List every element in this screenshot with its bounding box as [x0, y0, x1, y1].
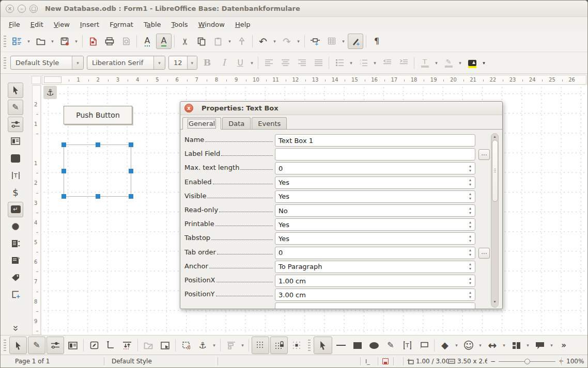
undo-button[interactable]: ↶	[255, 34, 271, 49]
automatic-control-focus-button[interactable]	[157, 338, 173, 353]
vertical-ruler[interactable]: 21123456789	[32, 85, 41, 335]
character-highlight-dropdown[interactable]: ▾	[457, 55, 463, 71]
symbol-shapes-button[interactable]: ☺	[461, 338, 476, 353]
save-button[interactable]	[57, 34, 72, 49]
property-input-tab-order[interactable]: 0▴▾	[275, 247, 475, 259]
browse-button[interactable]: ...	[478, 248, 490, 259]
resize-handle-n[interactable]	[96, 142, 100, 147]
control-properties-button[interactable]	[47, 337, 64, 354]
text-box-active-tool[interactable]: ↵	[8, 202, 23, 217]
tab-general[interactable]: General	[182, 117, 221, 130]
paste-dropdown[interactable]: ▾	[226, 34, 233, 49]
menu-view[interactable]: View	[49, 19, 75, 30]
save-dropdown[interactable]: ▾	[73, 34, 80, 49]
indent-marker-area[interactable]	[44, 76, 61, 83]
scroll-down-icon[interactable]: ▾	[491, 299, 498, 307]
bullet-list-button[interactable]	[332, 55, 347, 71]
drawing-select-button[interactable]	[314, 337, 332, 354]
resize-handle-w[interactable]	[61, 169, 66, 173]
selected-text-box-control[interactable]	[64, 145, 131, 197]
freeform-line-button[interactable]: ✎	[383, 338, 398, 353]
property-input-label-field[interactable]	[275, 148, 475, 161]
flowchart-dropdown[interactable]: ▾	[524, 338, 531, 353]
zoom-level-indicator[interactable]: 100%	[566, 355, 584, 367]
toolbar-grip[interactable]	[3, 340, 7, 351]
callout-shapes-button[interactable]	[532, 338, 548, 353]
combo-spin-buttons[interactable]: ▴▾	[467, 219, 475, 230]
design-mode-button[interactable]: ✎	[28, 337, 45, 354]
resize-handle-sw[interactable]	[61, 194, 66, 199]
label-field-tool[interactable]	[8, 270, 23, 285]
property-input-printable[interactable]: Yes▴▾	[275, 218, 475, 231]
property-input-positiony[interactable]: 3.00 cm▴▾	[275, 289, 475, 301]
dialog-titlebar[interactable]: x Properties: Text Box	[180, 102, 502, 115]
more-controls-tool[interactable]: +	[8, 287, 23, 302]
combo-spin-buttons[interactable]: ▴▾	[467, 177, 475, 188]
character-highlight-button[interactable]: ✎	[441, 55, 456, 71]
font-size-combo[interactable]: 12 ▾	[168, 56, 197, 70]
open-in-design-mode-button[interactable]	[141, 338, 156, 353]
insert-mode-indicator[interactable]: I_	[365, 355, 372, 367]
push-button-tool[interactable]	[8, 151, 23, 166]
toolbar-grip[interactable]	[3, 36, 7, 47]
zoom-slider[interactable]	[499, 361, 555, 362]
activation-order-button[interactable]	[119, 338, 135, 353]
print-preview-button[interactable]	[118, 34, 134, 49]
menu-table[interactable]: Table	[138, 19, 166, 30]
form-design-dropdown[interactable]: ▾	[25, 34, 32, 49]
resize-handle-e[interactable]	[129, 169, 133, 173]
property-input-max-text-length[interactable]: 0▴▾	[275, 162, 475, 174]
tab-data[interactable]: Data	[222, 117, 251, 130]
horizontal-ruler[interactable]: 1234567891011121314151617181920212223242…	[42, 75, 586, 85]
list-box-tool[interactable]	[8, 236, 23, 251]
tab-events[interactable]: Events	[252, 117, 287, 130]
copy-button[interactable]	[194, 34, 209, 49]
export-pdf-button[interactable]	[85, 34, 101, 49]
menu-insert[interactable]: Insert	[75, 19, 104, 30]
formatted-field-tool[interactable]: $	[8, 185, 23, 200]
spin-buttons[interactable]: ▴▾	[467, 275, 475, 286]
flowchart-button[interactable]	[508, 338, 524, 353]
align-objects-button[interactable]	[223, 338, 239, 353]
property-input-positionx[interactable]: 1.00 cm▴▾	[275, 275, 475, 287]
display-grid-toggle[interactable]	[252, 337, 269, 354]
justify-button[interactable]	[311, 55, 326, 71]
zoom-out-button[interactable]: −	[490, 358, 496, 365]
page-style-indicator[interactable]: Default Style	[112, 355, 152, 367]
combo-spin-buttons[interactable]: ▴▾	[467, 233, 475, 244]
toolbar-grip[interactable]	[307, 340, 312, 351]
menu-help[interactable]: Help	[230, 19, 256, 30]
auto-spellcheck-toggle[interactable]: A	[156, 34, 172, 49]
background-color-button[interactable]	[465, 55, 480, 71]
spin-buttons[interactable]: ▴▾	[467, 247, 475, 259]
change-anchor-button[interactable]: ⚓	[195, 338, 210, 353]
paste-button[interactable]	[210, 34, 226, 49]
callout-shapes-dropdown[interactable]: ▾	[548, 338, 555, 353]
property-input-partial[interactable]	[275, 302, 475, 309]
undo-dropdown[interactable]: ▾	[271, 34, 278, 49]
menu-file[interactable]: File	[4, 19, 25, 30]
spelling-button[interactable]: A	[140, 34, 155, 49]
numbered-list-button[interactable]: 1.2.	[355, 55, 371, 71]
property-input-name[interactable]: Text Box 1	[275, 134, 475, 147]
form-navigator-button[interactable]	[86, 338, 102, 353]
menu-tools[interactable]: Tools	[166, 19, 193, 30]
close-window-button[interactable]: ×	[6, 5, 14, 13]
push-button-control[interactable]: Push Button	[64, 106, 132, 124]
cut-button[interactable]: ✂	[177, 34, 193, 49]
design-mode-tool[interactable]: ✎	[8, 100, 23, 115]
text-box-tool[interactable]: T	[8, 168, 23, 183]
form-properties-button[interactable]	[65, 338, 81, 353]
resize-handle-nw[interactable]	[61, 142, 66, 147]
underline-button[interactable]: U	[233, 55, 248, 71]
menu-window[interactable]: Window	[193, 19, 230, 30]
clone-formatting-button[interactable]	[234, 34, 250, 49]
resize-handle-ne[interactable]	[129, 142, 133, 147]
align-right-button[interactable]	[294, 55, 310, 71]
toolbar-overflow-button[interactable]: »	[556, 338, 571, 353]
select-button[interactable]	[9, 337, 27, 354]
basic-shapes-dropdown[interactable]: ▾	[453, 338, 460, 353]
open-button[interactable]	[33, 34, 49, 49]
snap-to-grid-toggle[interactable]	[270, 337, 288, 354]
property-input-visible[interactable]: Yes▴▾	[275, 190, 475, 203]
